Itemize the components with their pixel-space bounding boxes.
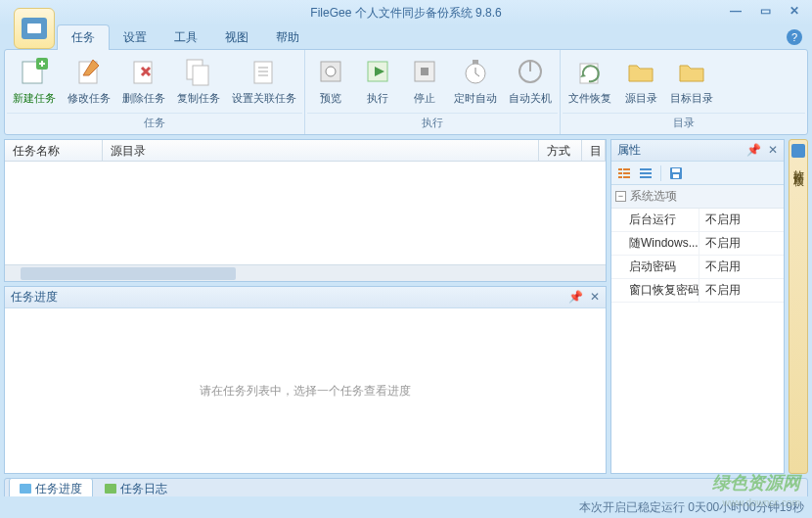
- scrollbar-thumb[interactable]: [21, 267, 236, 280]
- svg-rect-23: [623, 172, 630, 174]
- svg-rect-16: [473, 60, 478, 64]
- sort-icon[interactable]: [637, 165, 654, 182]
- stop-button[interactable]: 停止: [401, 52, 448, 108]
- maximize-button[interactable]: ▭: [755, 4, 775, 20]
- properties-toolbar: [611, 162, 784, 185]
- software-panel-tab[interactable]: 软件面板: [789, 139, 808, 474]
- play-icon: [362, 56, 393, 87]
- property-category[interactable]: − 系统选项: [611, 185, 784, 209]
- copy-icon: [183, 56, 214, 87]
- svg-rect-27: [640, 172, 652, 174]
- ribbon-group-name-dirs: 目录: [563, 113, 805, 132]
- property-value[interactable]: 不启用: [699, 209, 784, 231]
- folder-icon: [625, 56, 656, 87]
- menu-settings[interactable]: 设置: [110, 25, 160, 50]
- property-key: 启动密码: [611, 256, 699, 278]
- help-icon[interactable]: ?: [787, 29, 802, 45]
- svg-rect-28: [640, 176, 652, 178]
- progress-panel: 任务进度 📌 ✕ 请在任务列表中，选择一个任务查看进度: [4, 286, 607, 474]
- timer-button[interactable]: 定时自动: [448, 52, 503, 108]
- link-icon: [248, 56, 280, 87]
- restore-button[interactable]: 文件恢复: [563, 52, 617, 108]
- close-button[interactable]: ✕: [785, 4, 804, 20]
- svg-rect-31: [673, 174, 679, 178]
- property-row[interactable]: 启动密码 不启用: [611, 256, 784, 279]
- target-folder-button[interactable]: 目标目录: [664, 52, 719, 108]
- edit-icon: [73, 56, 105, 87]
- col-source[interactable]: 源目录: [103, 140, 539, 161]
- svg-rect-21: [623, 168, 630, 170]
- status-bar: 本次开启已稳定运行 0天00小时00分钟19秒: [0, 496, 812, 518]
- new-task-icon: [19, 56, 50, 87]
- property-row[interactable]: 窗口恢复密码 不启用: [611, 279, 784, 303]
- tab-icon: [105, 484, 116, 494]
- svg-rect-14: [421, 68, 429, 75]
- close-panel-icon[interactable]: ✕: [766, 144, 780, 158]
- task-list-panel: 任务名称 源目录 方式 目标: [4, 139, 607, 282]
- progress-panel-header: 任务进度 📌 ✕: [5, 287, 606, 308]
- categorize-icon[interactable]: [615, 165, 633, 182]
- stop-icon: [409, 56, 440, 87]
- progress-empty-text: 请在任务列表中，选择一个任务查看进度: [5, 308, 606, 473]
- property-category-name: 系统选项: [630, 188, 677, 205]
- run-button[interactable]: 执行: [354, 52, 401, 108]
- save-icon[interactable]: [667, 165, 685, 182]
- property-row[interactable]: 后台运行 不启用: [611, 209, 784, 232]
- panel-icon: [791, 144, 805, 158]
- property-key: 随Windows...: [611, 232, 699, 255]
- pin-icon[interactable]: 📌: [746, 144, 760, 158]
- uptime-text: 本次开启已稳定运行 0天00小时00分钟19秒: [579, 499, 804, 516]
- menu-tools[interactable]: 工具: [160, 25, 211, 50]
- restore-icon: [574, 56, 606, 87]
- collapse-toggle-icon[interactable]: −: [615, 191, 626, 202]
- horizontal-scrollbar[interactable]: [5, 264, 606, 281]
- ribbon: 新建任务 修改任务 删除任务 复制任务: [4, 49, 808, 135]
- link-task-button[interactable]: 设置关联任务: [226, 52, 302, 108]
- menu-tasks[interactable]: 任务: [57, 24, 110, 50]
- grid-body[interactable]: [5, 162, 606, 264]
- folder-icon: [676, 56, 707, 87]
- menubar: 任务 设置 工具 视图 帮助 ?: [0, 25, 812, 49]
- col-task-name[interactable]: 任务名称: [5, 140, 103, 161]
- tab-label: 任务进度: [35, 481, 82, 497]
- menu-view[interactable]: 视图: [211, 25, 262, 50]
- col-mode[interactable]: 方式: [539, 140, 582, 161]
- delete-task-button[interactable]: 删除任务: [116, 52, 171, 108]
- svg-rect-22: [618, 172, 622, 174]
- edit-task-button[interactable]: 修改任务: [62, 52, 116, 108]
- property-value[interactable]: 不启用: [699, 256, 784, 278]
- tab-label: 任务日志: [120, 481, 167, 497]
- properties-panel: 属性 📌 ✕ − 系统选项 后台运行 不: [610, 139, 785, 474]
- new-task-button[interactable]: 新建任务: [7, 52, 62, 108]
- svg-rect-20: [618, 168, 622, 170]
- shutdown-button[interactable]: 自动关机: [503, 52, 558, 108]
- menu-help[interactable]: 帮助: [262, 25, 313, 50]
- property-key: 后台运行: [611, 209, 699, 231]
- svg-rect-24: [618, 176, 622, 178]
- delete-icon: [128, 56, 159, 87]
- close-panel-icon[interactable]: ✕: [588, 291, 602, 305]
- grid-header: 任务名称 源目录 方式 目标: [5, 140, 606, 162]
- copy-task-button[interactable]: 复制任务: [171, 52, 226, 108]
- source-folder-button[interactable]: 源目录: [617, 52, 664, 108]
- app-icon[interactable]: [14, 8, 55, 49]
- col-target[interactable]: 目标: [582, 140, 606, 161]
- ribbon-group-name-run: 执行: [307, 113, 558, 132]
- pin-icon[interactable]: 📌: [568, 291, 582, 305]
- svg-rect-6: [254, 62, 272, 83]
- window-title: FileGee 个人文件同步备份系统 9.8.6: [0, 5, 812, 22]
- svg-rect-30: [672, 168, 680, 172]
- tab-icon: [20, 484, 31, 494]
- properties-panel-title: 属性: [617, 142, 641, 159]
- property-value[interactable]: 不启用: [699, 232, 784, 255]
- svg-rect-26: [640, 168, 652, 170]
- svg-point-11: [326, 67, 336, 76]
- power-icon: [515, 56, 546, 87]
- property-key: 窗口恢复密码: [611, 279, 699, 302]
- progress-panel-title: 任务进度: [11, 289, 58, 306]
- preview-button[interactable]: 预览: [307, 52, 354, 108]
- property-row[interactable]: 随Windows... 不启用: [611, 232, 784, 256]
- minimize-button[interactable]: —: [726, 4, 745, 20]
- side-tab-label: 软件面板: [791, 162, 806, 169]
- property-value[interactable]: 不启用: [699, 279, 784, 302]
